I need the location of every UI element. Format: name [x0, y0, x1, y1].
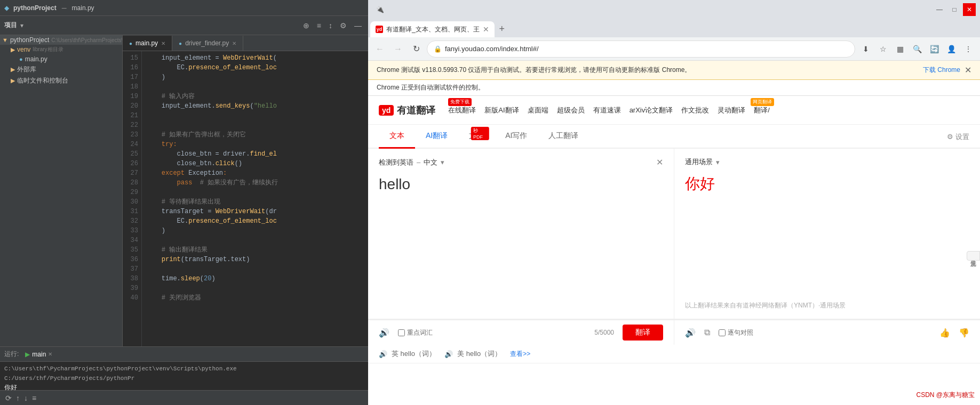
user-icon[interactable]: 👤 — [944, 42, 959, 56]
browser-tabs-bar: yd 有道翻译_文本、文档、网页、王 ✕ + — [368, 19, 980, 37]
tab-human[interactable]: 人工翻译 — [538, 125, 589, 149]
output-text: 你好 — [685, 173, 969, 297]
tab-ai-writing[interactable]: AI写作 — [495, 125, 538, 149]
run-tab[interactable]: ▶ main ✕ — [21, 350, 57, 359]
bottom-down-icon[interactable]: ↓ — [23, 393, 29, 403]
tree-project-root[interactable]: ▼ pythonProject C:\Users\thf\PycharmProj… — [0, 35, 122, 45]
new-tab-btn[interactable]: + — [495, 21, 509, 36]
run-path: C:\Users\thf\PycharmProjects\pythonProje… — [4, 364, 364, 383]
line-compare-label: 逐句对照 — [728, 328, 753, 337]
bottom-list-icon[interactable]: ≡ — [31, 393, 37, 403]
add-icon[interactable]: ⊕ — [301, 20, 312, 31]
keywords-check-input[interactable] — [398, 329, 405, 336]
speaker-right-btn[interactable]: 🔊 — [685, 328, 696, 338]
tab-ai-writing-label: AI写作 — [505, 131, 527, 140]
tab-main-py[interactable]: ● main.py ✕ — [123, 36, 172, 51]
back-btn[interactable]: ← — [372, 42, 387, 56]
nav-online-translate[interactable]: 免费下载 在线翻译 — [448, 106, 476, 115]
chrome-banner-close[interactable]: ✕ — [965, 65, 971, 75]
copy-btn[interactable]: ⧉ — [704, 328, 710, 337]
phonetic-english: 🔊 英 hello（词） — [379, 349, 436, 359]
tab-document[interactable]: 秒PDF 文档 — [458, 125, 495, 149]
screenshot-icon[interactable]: ▦ — [893, 42, 907, 56]
dislike-btn[interactable]: 👎 — [959, 328, 969, 338]
nav-speed[interactable]: 有道速课 — [593, 106, 621, 115]
tab-py-icon2: ● — [179, 40, 182, 46]
translate-button[interactable]: 翻译 — [623, 325, 663, 341]
youdao-favicon: yd — [376, 26, 383, 33]
browser-tab-youdao[interactable]: yd 有道翻译_文本、文档、网页、王 ✕ — [370, 21, 495, 37]
feedback-sidebar[interactable]: 意见反馈 — [967, 251, 980, 261]
bookmark-icon[interactable]: ☆ — [875, 42, 890, 56]
tree-temp-label: 临时文件和控制台 — [17, 76, 68, 85]
settings-btn[interactable]: ⚙ 设置 — [947, 132, 969, 142]
translate-controls: 🔊 重点词汇 5/5000 翻译 🔊 ⧉ 逐句对照 👍 👎 — [368, 319, 980, 345]
nav-online-label: 在线翻译 — [448, 106, 476, 114]
close-tab-icon[interactable]: ✕ — [161, 40, 165, 46]
code-text[interactable]: input_element = WebDriverWait( EC.presen… — [142, 51, 368, 346]
nav-flexible[interactable]: 灵动翻译 — [718, 106, 745, 115]
refresh-btn[interactable]: ↻ — [409, 42, 424, 56]
speaker-phonetic-us[interactable]: 🔊 — [444, 350, 453, 358]
settings-icon[interactable]: ⚙ — [338, 20, 349, 31]
tree-temp-files[interactable]: ▶ 临时文件和控制台 — [0, 75, 122, 86]
like-btn[interactable]: 👍 — [939, 328, 950, 338]
dropdown-arrow[interactable]: ▾ — [20, 22, 23, 29]
close-window-btn[interactable]: ✕ — [963, 3, 976, 16]
nav-composition[interactable]: 作文批改 — [681, 106, 709, 115]
tab-ai[interactable]: AI翻译 — [415, 125, 458, 149]
code-content[interactable]: 1516171819 2021222324 2526272829 3031323… — [123, 51, 368, 346]
tab-text[interactable]: 文本 — [379, 125, 415, 149]
forward-btn[interactable]: → — [391, 42, 405, 56]
close-run-icon[interactable]: ✕ — [48, 351, 52, 357]
clear-input-btn[interactable]: ✕ — [656, 157, 663, 167]
tree-venv[interactable]: ▶ venv library相目录 — [0, 45, 122, 54]
expand-icon[interactable]: ↕ — [326, 20, 334, 31]
translate-right: 通用场景 ▾ 你好 以上翻译结果来自有道神经网络翻译（YNMT）·通用场景 — [674, 149, 980, 319]
list-icon[interactable]: ≡ — [315, 20, 323, 31]
browser-ext-icon1[interactable]: 🔌 — [372, 2, 387, 17]
keywords-checkbox[interactable]: 重点词汇 — [398, 328, 433, 337]
minimize-icon[interactable]: — — [352, 20, 364, 31]
nav-desktop[interactable]: 桌面端 — [528, 106, 548, 115]
ide-toolbar: 项目 ▾ ⊕ ≡ ↕ ⚙ — — [0, 16, 368, 35]
speaker-left-btn[interactable]: 🔊 — [379, 328, 389, 338]
ide-separator: – — [62, 3, 67, 13]
doc-badge: 秒PDF — [471, 127, 489, 140]
search-icon[interactable]: 🔍 — [910, 42, 925, 56]
chrome-download-link[interactable]: 下载 Chrome — [923, 66, 960, 75]
tree-main-label: main.py — [25, 55, 47, 63]
line-compare-input[interactable] — [719, 329, 726, 336]
ide-body: ▼ pythonProject C:\Users\thf\PycharmProj… — [0, 35, 368, 346]
scene-selector[interactable]: 通用场景 ▾ — [685, 157, 969, 167]
nav-vip[interactable]: 超级会员 — [557, 106, 585, 115]
bottom-scroll-up[interactable]: ⟳ — [4, 393, 13, 403]
address-bar[interactable]: 🔒 fanyi.youdao.com/index.html#/ — [427, 40, 855, 58]
close-tab2-icon[interactable]: ✕ — [232, 40, 236, 46]
file-icon: ● — [19, 56, 23, 62]
tab-close-btn[interactable]: ✕ — [483, 25, 489, 34]
phonetics-row: 🔊 英 hello（词） 🔊 美 hello（词） 查看>> — [368, 345, 980, 363]
tree-project-path: C:\Users\thf\PycharmProjects\pythonProje… — [51, 37, 123, 43]
nav-ai-translate[interactable]: 新版AI翻译 — [484, 106, 519, 115]
maximize-window-btn[interactable]: □ — [948, 3, 961, 16]
speaker-phonetic-en[interactable]: 🔊 — [379, 350, 387, 358]
sync-icon[interactable]: 🔄 — [927, 42, 942, 56]
nav-icons: ⬇ ☆ ▦ 🔍 🔄 👤 ⋮ — [858, 42, 976, 56]
nav-translate-slash[interactable]: 网页翻译 翻译/ — [754, 106, 770, 115]
bottom-up-icon[interactable]: ↑ — [15, 393, 21, 403]
char-count: 5/5000 — [594, 329, 614, 336]
tree-external-libs[interactable]: ▶ 外部库 — [0, 64, 122, 75]
minimize-window-btn[interactable]: — — [933, 3, 946, 16]
download-icon[interactable]: ⬇ — [858, 42, 873, 56]
nav-arxiv[interactable]: arXiv论文翻译 — [630, 106, 673, 115]
scene-label: 通用场景 — [685, 157, 713, 167]
menu-icon[interactable]: ⋮ — [961, 42, 976, 56]
input-text[interactable]: hello — [379, 174, 663, 304]
line-compare-checkbox[interactable]: 逐句对照 — [719, 328, 753, 337]
lang-selector-from[interactable]: 检测到英语 – 中文 ▾ ✕ — [379, 157, 663, 167]
tab-driver-finder[interactable]: ● driver_finder.py ✕ — [172, 36, 243, 51]
more-link[interactable]: 查看>> — [510, 350, 530, 359]
chrome-banner: Chrome 测试版 v118.0.5993.70 仅适用于自动测试。若要进行常… — [368, 61, 980, 80]
tree-main-py[interactable]: ● main.py — [0, 54, 122, 64]
